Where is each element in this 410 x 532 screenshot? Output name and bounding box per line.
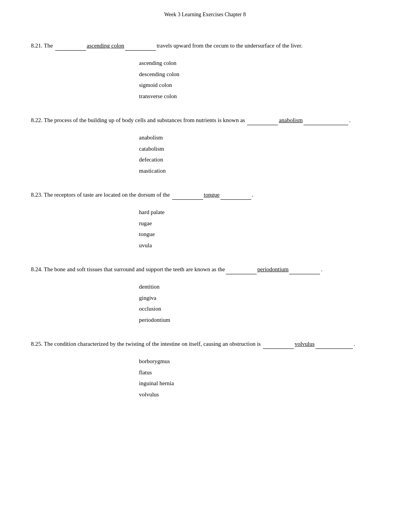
- q821-choice-transverse-colon: transverse colon: [139, 91, 379, 102]
- q821-blank2: [125, 41, 156, 51]
- q823-choice-tongue: tongue: [139, 229, 379, 240]
- q823-choice-rugae: rugae: [139, 218, 379, 229]
- q825-choice-borborygmus: borborygmus: [139, 356, 379, 367]
- q823-choices: hard palate rugae tongue uvula: [139, 207, 379, 251]
- q822-answer1: anabolism: [279, 117, 303, 123]
- page: Week 3 Learning Exercises Chapter 8 8.21…: [0, 0, 410, 532]
- q824-choice-dentition: dentition: [139, 281, 379, 292]
- q822-blank1: [247, 116, 278, 125]
- q823-blank2: [220, 190, 251, 200]
- q824-blank2: [289, 265, 320, 274]
- question-8-25: 8.25. The condition characterized by the…: [31, 339, 379, 400]
- q823-choice-hard-palate: hard palate: [139, 207, 379, 218]
- q825-answer1: volvulus: [295, 341, 315, 347]
- q822-choice-defecation: defecation: [139, 154, 379, 165]
- question-8-23: 8.23. The receptors of taste are located…: [31, 190, 379, 251]
- q824-choice-occlusion: occlusion: [139, 303, 379, 314]
- question-8-21: 8.21. The ascending colon travels upward…: [31, 41, 379, 102]
- q825-choice-flatus: flatus: [139, 367, 379, 378]
- question-8-21-text: 8.21. The ascending colon travels upward…: [31, 41, 379, 51]
- q825-choice-volvulus: volvulus: [139, 389, 379, 400]
- q822-choice-anabolism: anabolism: [139, 132, 379, 143]
- q824-choice-periodontium: periodontium: [139, 314, 379, 326]
- header-title: Week 3 Learning Exercises Chapter 8: [164, 12, 246, 17]
- q823-answer1: tongue: [204, 192, 220, 198]
- question-8-23-text: 8.23. The receptors of taste are located…: [31, 190, 379, 200]
- q821-number: 8.21. The: [31, 42, 54, 49]
- q825-choices: borborygmus flatus inguinal hernia volvu…: [139, 356, 379, 400]
- q824-choices: dentition gingiva occlusion periodontium: [139, 281, 379, 325]
- page-header: Week 3 Learning Exercises Chapter 8: [31, 12, 379, 18]
- question-8-22-text: 8.22. The process of the building up of …: [31, 116, 379, 125]
- q821-choice-descending-colon: descending colon: [139, 69, 379, 80]
- q823-choice-uvula: uvula: [139, 240, 379, 251]
- question-8-25-text: 8.25. The condition characterized by the…: [31, 339, 379, 349]
- q825-blank2: [315, 339, 353, 349]
- q824-answer1: periodontium: [258, 266, 289, 272]
- q822-choice-mastication: mastication: [139, 165, 379, 177]
- question-8-24-text: 8.24. The bone and soft tissues that sur…: [31, 265, 379, 274]
- question-8-22: 8.22. The process of the building up of …: [31, 116, 379, 176]
- q823-blank1: [172, 190, 203, 200]
- q821-choice-sigmoid-colon: sigmoid colon: [139, 80, 379, 91]
- q824-blank1: [226, 265, 257, 274]
- q821-choice-ascending-colon: ascending colon: [139, 58, 379, 69]
- q824-choice-gingiva: gingiva: [139, 292, 379, 304]
- question-8-24: 8.24. The bone and soft tissues that sur…: [31, 265, 379, 325]
- q821-blank1: [55, 41, 86, 51]
- q825-choice-inguinal-hernia: inguinal hernia: [139, 378, 379, 389]
- q822-blank2: [303, 116, 348, 125]
- q825-blank1: [263, 339, 294, 349]
- q821-choices: ascending colon descending colon sigmoid…: [139, 58, 379, 102]
- q821-answer1: ascending colon: [87, 42, 124, 49]
- q822-choice-catabolism: catabolism: [139, 143, 379, 155]
- q822-choices: anabolism catabolism defecation masticat…: [139, 132, 379, 176]
